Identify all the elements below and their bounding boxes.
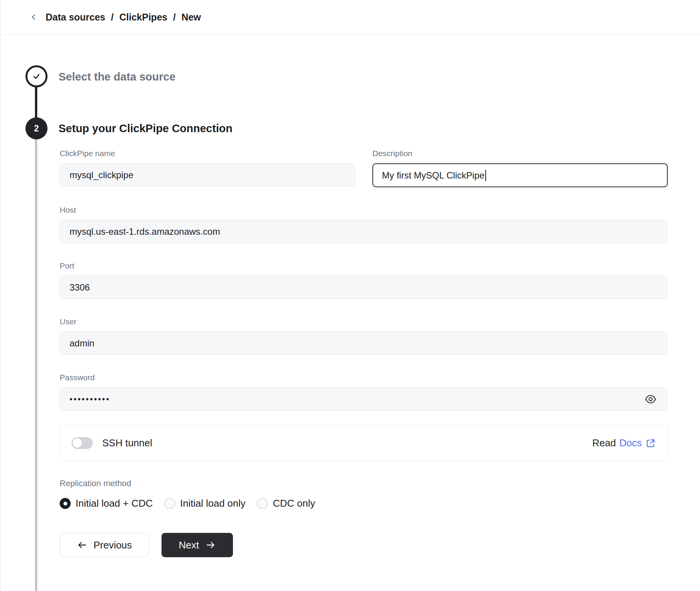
replication-options: Initial load + CDC Initial load only CDC… (60, 498, 668, 509)
radio-initial-load-cdc[interactable]: Initial load + CDC (60, 498, 153, 509)
port-label: Port (60, 261, 668, 270)
breadcrumb-clickpipes[interactable]: ClickPipes (119, 12, 167, 23)
description-value: My first MySQL ClickPipe (382, 170, 485, 181)
check-icon (32, 71, 41, 81)
host-label: Host (60, 205, 668, 215)
connection-form: ClickPipe name Description My first MySQ… (60, 149, 668, 557)
radio-selected-icon[interactable] (60, 498, 71, 509)
radio-label: Initial load only (180, 498, 245, 509)
docs-link[interactable]: Docs (619, 437, 642, 449)
user-input[interactable] (60, 332, 668, 355)
breadcrumb-separator: / (111, 12, 114, 23)
user-label: User (60, 317, 668, 326)
breadcrumb-separator: / (173, 12, 176, 23)
radio-label: CDC only (273, 498, 315, 509)
radio-initial-load-only[interactable]: Initial load only (164, 498, 245, 509)
password-input[interactable] (60, 387, 668, 411)
stepper-connector-dark (35, 87, 37, 118)
chevron-left-icon (30, 13, 38, 21)
radio-unselected-icon[interactable] (257, 498, 268, 509)
ssh-tunnel-toggle[interactable] (71, 437, 93, 449)
replication-method-label: Replication method (60, 479, 668, 488)
clickpipe-name-input[interactable] (60, 163, 355, 186)
show-password-button[interactable] (644, 393, 657, 406)
previous-button[interactable]: Previous (60, 533, 149, 557)
next-button[interactable]: Next (162, 533, 233, 557)
step-1-indicator (25, 65, 48, 87)
step-2-number: 2 (34, 123, 39, 134)
radio-unselected-icon[interactable] (164, 498, 175, 509)
clickpipe-name-label: ClickPipe name (60, 149, 355, 158)
port-input[interactable] (60, 276, 668, 299)
toggle-knob (73, 438, 82, 448)
ssh-tunnel-label: SSH tunnel (102, 437, 152, 449)
read-text: Read (592, 437, 616, 449)
radio-label: Initial load + CDC (76, 498, 153, 509)
previous-label: Previous (93, 539, 132, 551)
text-cursor (485, 170, 486, 181)
breadcrumb-data-sources[interactable]: Data sources (46, 12, 105, 23)
arrow-left-icon (77, 540, 87, 550)
host-input[interactable] (60, 220, 668, 243)
description-label: Description (372, 149, 668, 158)
step-2-indicator: 2 (25, 117, 48, 139)
next-label: Next (179, 539, 199, 551)
step-1-title: Select the data source (59, 71, 176, 83)
external-link-icon[interactable] (645, 438, 656, 449)
breadcrumb: Data sources / ClickPipes / New (46, 12, 201, 23)
clickpipe-setup-page: Data sources / ClickPipes / New Select t… (0, 0, 700, 591)
breadcrumb-new: New (181, 12, 201, 23)
stepper-connector-gray (35, 139, 37, 591)
arrow-right-icon (205, 540, 216, 550)
ssh-tunnel-card: SSH tunnel Read Docs (60, 425, 668, 461)
eye-icon (645, 393, 657, 405)
description-input[interactable]: My first MySQL ClickPipe (372, 163, 668, 187)
breadcrumb-bar: Data sources / ClickPipes / New (1, 0, 700, 35)
back-button[interactable] (28, 11, 40, 23)
step-2-title: Setup your ClickPipe Connection (59, 122, 233, 135)
password-label: Password (60, 373, 668, 382)
radio-cdc-only[interactable]: CDC only (257, 498, 315, 509)
